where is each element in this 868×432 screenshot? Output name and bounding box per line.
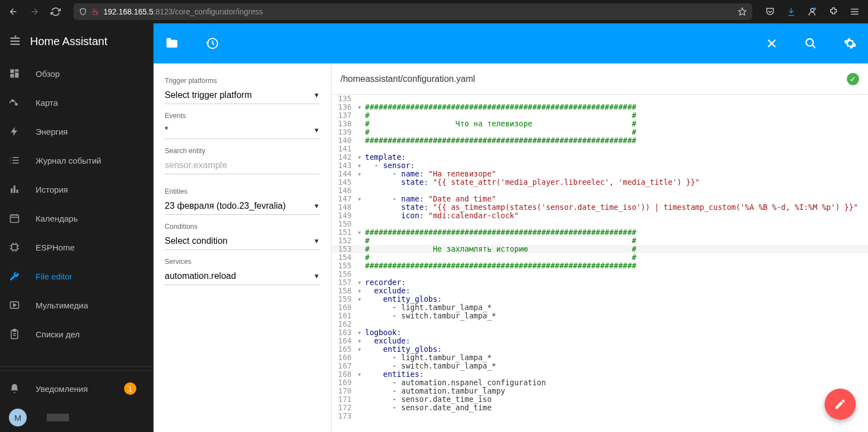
sidebar-item-profile[interactable]: M (0, 403, 153, 432)
menu-icon[interactable] (846, 3, 864, 21)
sidebar-item-map[interactable]: Карта (0, 88, 153, 117)
code-line[interactable]: 169 - automation.nspanel_configuration (332, 379, 868, 387)
code-line[interactable]: 138 # Что на телевизоре # (332, 120, 868, 128)
code-line[interactable]: 144▾ - name: "На телевизоре" (332, 170, 868, 178)
history-icon[interactable] (206, 37, 219, 50)
code-line[interactable]: 137 # # (332, 111, 868, 120)
fold-marker[interactable]: ▾ (357, 103, 365, 111)
fold-marker (357, 120, 365, 128)
url-bar[interactable]: 192.168.165.5:8123/core_configurator/ing… (73, 3, 752, 20)
fab-edit-button[interactable] (825, 389, 856, 420)
services-select[interactable]: automation.reload▼ (165, 268, 320, 285)
code-line[interactable]: 155 ####################################… (332, 262, 868, 270)
chip-icon (9, 242, 22, 253)
code-line[interactable]: 156 (332, 270, 868, 278)
fold-marker[interactable]: ▾ (357, 345, 365, 354)
code-line[interactable]: 164▾ exclude: (332, 337, 868, 345)
fold-marker[interactable]: ▾ (357, 195, 365, 203)
code-line[interactable]: 160 - light.tambur_lampa_* (332, 303, 868, 312)
code-line[interactable]: 159▾ entity_globs: (332, 295, 868, 303)
code-line[interactable]: 140 ####################################… (332, 136, 868, 145)
code-line[interactable]: 158▾ exclude: (332, 287, 868, 295)
download-icon[interactable] (782, 3, 800, 21)
code-line[interactable]: 146 (332, 186, 868, 195)
code-line[interactable]: 157▾recorder: (332, 278, 868, 287)
code-line[interactable]: 143▾ - sensor: (332, 161, 868, 170)
code-area[interactable]: 135 136▾################################… (332, 95, 868, 432)
code-line[interactable]: 153 # Не захламлять историю # (332, 245, 868, 253)
line-number: 173 (332, 412, 357, 420)
reload-button[interactable] (47, 3, 65, 21)
sidebar-item-wrench[interactable]: File editor (0, 262, 153, 291)
code-line[interactable]: 139 # # (332, 128, 868, 136)
svg-rect-23 (11, 188, 12, 193)
entities-select[interactable]: 23 февраля (todo.23_fevralia)▼ (165, 198, 320, 215)
sidebar-collapse-icon[interactable] (9, 35, 21, 47)
events-select[interactable]: *▼ (165, 122, 320, 139)
fold-marker[interactable]: ▾ (357, 295, 365, 303)
trigger-platforms-select[interactable]: Select trigger platform▼ (165, 87, 320, 104)
code-line[interactable]: 167 - switch.tambur_lampa_* (332, 362, 868, 370)
entities-label: Entities (165, 188, 320, 195)
fold-marker[interactable]: ▾ (357, 170, 365, 178)
code-line[interactable]: 141 (332, 145, 868, 153)
code-line[interactable]: 135 (332, 95, 868, 103)
code-line[interactable]: 173 (332, 412, 868, 420)
sidebar-item-list[interactable]: Журнал событий (0, 146, 153, 175)
sidebar-item-clipboard[interactable]: Списки дел (0, 320, 153, 348)
fold-marker (357, 145, 365, 153)
star-icon[interactable] (738, 7, 747, 16)
close-icon[interactable] (766, 37, 778, 50)
fold-marker (357, 245, 365, 253)
code-line[interactable]: 147▾ - name: "Date and time" (332, 195, 868, 203)
search-icon[interactable] (805, 37, 817, 50)
code-line[interactable]: 163▾logbook: (332, 328, 868, 337)
fold-marker[interactable]: ▾ (357, 153, 365, 161)
code-line[interactable]: 166 - light.tambur_lampa_* (332, 354, 868, 362)
code-line[interactable]: 165▾ entity_globs: (332, 345, 868, 354)
forward-button[interactable] (26, 3, 43, 21)
sidebar-item-calendar[interactable]: Календарь (0, 204, 153, 233)
code-line[interactable]: 171 - sensor.date_time_iso (332, 395, 868, 404)
account-icon[interactable] (803, 3, 821, 21)
back-button[interactable] (4, 3, 22, 21)
sidebar-item-notifications[interactable]: Уведомления 1 (0, 374, 153, 403)
search-entity-input[interactable] (165, 157, 320, 174)
fold-marker[interactable]: ▾ (357, 370, 365, 379)
fold-marker[interactable]: ▾ (357, 228, 365, 237)
code-line[interactable]: 168▾ entities: (332, 370, 868, 379)
code-line[interactable]: 150 (332, 220, 868, 228)
sidebar-item-dashboard[interactable]: Обзор (0, 59, 153, 88)
sidebar-item-bolt[interactable]: Энергия (0, 117, 153, 146)
settings-icon[interactable] (844, 37, 857, 50)
code-line[interactable]: 149 icon: "mdi:calendar-clock" (332, 212, 868, 220)
sidebar-item-chart[interactable]: История (0, 175, 153, 204)
code-line[interactable]: 154 # # (332, 253, 868, 262)
fold-marker[interactable]: ▾ (357, 328, 365, 337)
fold-marker[interactable]: ▾ (357, 278, 365, 287)
fold-marker (357, 95, 365, 103)
code-line[interactable]: 136▾####################################… (332, 103, 868, 111)
code-line[interactable]: 170 - automation.tambur_lampy (332, 387, 868, 395)
pocket-icon[interactable] (761, 3, 779, 21)
code-line[interactable]: 145 state: "{{ state_attr('media_player.… (332, 178, 868, 186)
extensions-icon[interactable] (825, 3, 842, 21)
folder-icon[interactable] (165, 36, 179, 51)
code-line[interactable]: 162 (332, 320, 868, 328)
code-line[interactable]: 151▾####################################… (332, 228, 868, 237)
sidebar-item-chip[interactable]: ESPHome (0, 233, 153, 262)
fold-marker[interactable]: ▾ (357, 287, 365, 295)
fold-marker (357, 312, 365, 320)
conditions-select[interactable]: Select condition▼ (165, 233, 320, 250)
sidebar-item-play[interactable]: Мультимедиа (0, 291, 153, 320)
fold-marker[interactable]: ▾ (357, 161, 365, 170)
line-number: 153 (332, 245, 357, 253)
code-line[interactable]: 152 # # (332, 237, 868, 245)
notification-badge: 1 (124, 382, 136, 395)
code-line[interactable]: 148 state: "{{ as_timestamp(states('sens… (332, 203, 868, 212)
code-line[interactable]: 172 - sensor.date_and_time (332, 404, 868, 412)
fold-marker[interactable]: ▾ (357, 337, 365, 345)
code-line[interactable]: 161 - switch.tambur_lampa_* (332, 312, 868, 320)
code-line[interactable]: 142▾template: (332, 153, 868, 161)
app-title: Home Assistant (30, 35, 107, 48)
